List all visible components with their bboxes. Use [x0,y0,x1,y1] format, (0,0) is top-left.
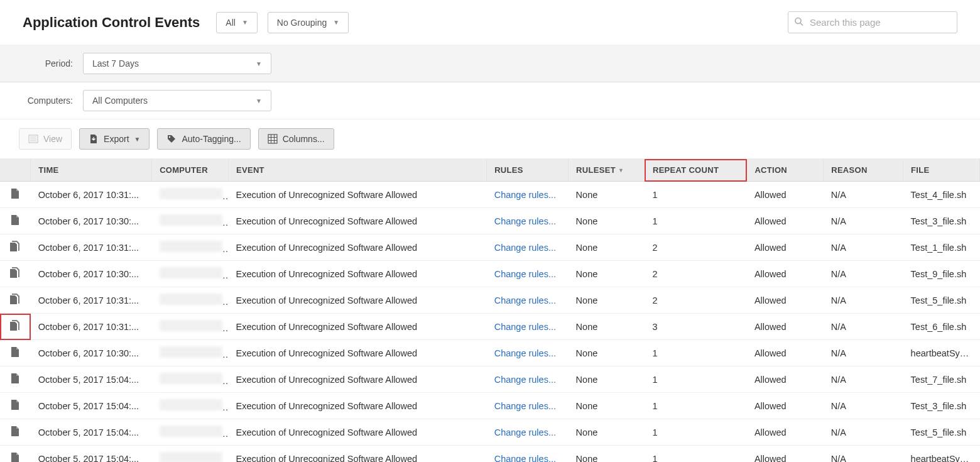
row-ruleset: None [569,366,645,393]
row-reason: N/A [824,287,903,314]
table-row[interactable]: October 6, 2017 10:30:...Execution of Un… [0,261,980,287]
th-icon[interactable] [0,159,31,182]
row-time: October 6, 2017 10:30:... [31,261,152,287]
th-action[interactable]: ACTION [747,159,824,182]
filter-all-dropdown[interactable]: All ▼ [216,12,257,33]
row-event: Execution of Unrecognized Software Allow… [228,234,486,261]
columns-icon [268,134,278,144]
change-rules-link[interactable]: Change rules... [494,401,556,411]
row-action: Allowed [747,182,824,208]
th-ruleset[interactable]: RULESET▼ [569,159,645,182]
row-ruleset: None [569,287,645,314]
row-event: Execution of Unrecognized Software Allow… [228,393,486,419]
computers-filter-row: Computers: All Computers ▼ [0,82,980,119]
document-icon [9,346,21,358]
row-computer [152,287,229,314]
change-rules-link[interactable]: Change rules... [494,269,556,279]
row-file: heartbeatSyn... [903,340,980,366]
th-reason[interactable]: REASON [824,159,903,182]
row-ruleset: None [569,261,645,287]
computer-value-redacted [160,373,222,384]
export-button[interactable]: Export ▼ [79,128,150,150]
table-row[interactable]: October 5, 2017 15:04:...Execution of Un… [0,393,980,419]
change-rules-link[interactable]: Change rules... [494,243,556,253]
row-action: Allowed [747,393,824,419]
document-icon [9,214,21,226]
th-computer[interactable]: COMPUTER [152,159,229,182]
row-repeat-count: 1 [645,182,746,208]
row-rules: Change rules... [487,366,569,393]
row-file: Test_6_file.sh [903,314,980,340]
document-icon [9,451,21,462]
table-row[interactable]: October 5, 2017 15:04:...Execution of Un… [0,419,980,446]
computer-value-redacted [160,426,222,437]
columns-button[interactable]: Columns... [258,128,334,150]
view-label: View [43,134,62,144]
th-event[interactable]: EVENT [228,159,486,182]
row-rules: Change rules... [487,314,569,340]
row-reason: N/A [824,314,903,340]
th-repeat-count[interactable]: REPEAT COUNT [645,159,746,182]
row-rules: Change rules... [487,419,569,446]
row-time: October 5, 2017 15:04:... [31,393,152,419]
auto-tagging-button[interactable]: Auto-Tagging... [157,128,250,150]
table-row[interactable]: October 6, 2017 10:31:...Execution of Un… [0,234,980,261]
change-rules-link[interactable]: Change rules... [494,322,556,332]
period-value: Last 7 Days [92,58,139,69]
change-rules-link[interactable]: Change rules... [494,216,556,226]
search-input[interactable] [788,11,957,33]
table-row[interactable]: October 6, 2017 10:30:...Execution of Un… [0,340,980,366]
row-ruleset: None [569,182,645,208]
row-rules: Change rules... [487,446,569,463]
th-rules[interactable]: RULES [487,159,569,182]
computers-dropdown[interactable]: All Computers ▼ [83,90,271,111]
change-rules-link[interactable]: Change rules... [494,427,556,437]
row-icon-cell [0,261,31,287]
caret-down-icon: ▼ [333,19,339,26]
grouping-dropdown[interactable]: No Grouping ▼ [268,12,349,33]
th-file[interactable]: FILE [903,159,980,182]
row-ruleset: None [569,446,645,463]
search-wrap [788,11,957,33]
row-file: heartbeatSyn... [903,446,980,463]
export-label: Export [104,134,129,144]
th-time[interactable]: TIME [31,159,152,182]
table-row[interactable]: October 6, 2017 10:31:...Execution of Un… [0,182,980,208]
list-icon [28,134,38,144]
row-icon-cell [0,182,31,208]
change-rules-link[interactable]: Change rules... [494,295,556,305]
table-row[interactable]: October 5, 2017 15:04:...Execution of Un… [0,446,980,463]
row-computer [152,234,229,261]
row-file: Test_3_file.sh [903,393,980,419]
table-row[interactable]: October 5, 2017 15:04:...Execution of Un… [0,366,980,393]
row-icon-cell [0,208,31,234]
row-icon-cell [0,393,31,419]
events-table: TIME COMPUTER EVENT RULES RULESET▼ REPEA… [0,159,980,462]
row-repeat-count: 2 [645,287,746,314]
change-rules-link[interactable]: Change rules... [494,454,556,463]
row-repeat-count: 1 [645,366,746,393]
tag-icon [166,134,177,144]
document-icon [9,399,21,411]
view-button: View [19,128,72,150]
table-row[interactable]: October 6, 2017 10:30:...Execution of Un… [0,208,980,234]
row-repeat-count: 2 [645,234,746,261]
page-title: Application Control Events [23,14,200,31]
change-rules-link[interactable]: Change rules... [494,348,556,358]
row-rules: Change rules... [487,393,569,419]
row-file: Test_5_file.sh [903,419,980,446]
row-reason: N/A [824,208,903,234]
row-rules: Change rules... [487,182,569,208]
table-row[interactable]: October 6, 2017 10:31:...Execution of Un… [0,314,980,340]
row-ruleset: None [569,314,645,340]
row-time: October 5, 2017 15:04:... [31,446,152,463]
row-event: Execution of Unrecognized Software Allow… [228,287,486,314]
export-icon [89,134,99,144]
period-dropdown[interactable]: Last 7 Days ▼ [83,53,271,74]
caret-down-icon: ▼ [256,97,262,104]
change-rules-link[interactable]: Change rules... [494,190,556,200]
table-row[interactable]: October 6, 2017 10:31:...Execution of Un… [0,287,980,314]
change-rules-link[interactable]: Change rules... [494,375,556,385]
row-action: Allowed [747,366,824,393]
row-file: Test_4_file.sh [903,182,980,208]
